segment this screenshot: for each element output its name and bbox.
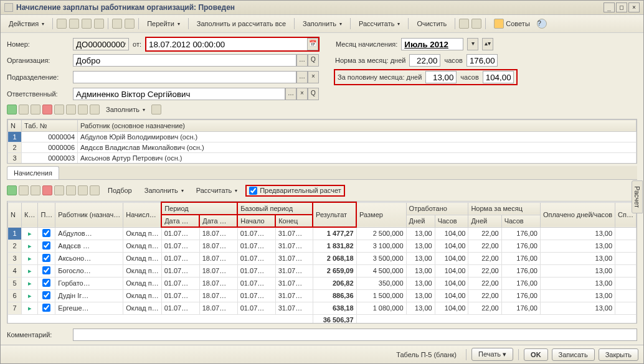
half-hours-field[interactable] [483,71,514,83]
titlebar: Начисление зарплаты работникам организац… [1,1,643,15]
norm-label: Норма за месяц: дней [335,57,405,64]
fill-upper[interactable]: Заполнить▾ [102,104,149,115]
table-row[interactable]: 3 ▸ Аксьоно…Оклад п… 01.07…18.07…01.07…3… [8,252,637,264]
dept-clear[interactable]: × [308,71,319,83]
up-icon[interactable] [54,185,64,195]
table-row[interactable]: 20000006Авдєєв Владислав Миколайович (ос… [8,142,637,153]
sort-asc-icon[interactable] [78,105,88,114]
resp-clear[interactable]: × [296,88,308,100]
calc-button[interactable]: Рассчитать▾ [354,18,404,29]
help-icon[interactable]: ? [537,19,547,29]
tool-icon[interactable] [112,19,122,29]
number-field [73,38,129,50]
table-row[interactable]: 4 ▸ Богосло…Оклад п… 01.07…18.07…01.07…3… [8,264,637,277]
fill-calc-all-button[interactable]: Заполнить и рассчитать все [192,18,290,29]
lower-toolbar [7,184,100,197]
col-n[interactable]: N [8,120,22,132]
edit-icon[interactable] [31,105,40,114]
norm-days-field[interactable] [409,54,440,67]
prelim-label: Предварительный расчет [260,187,341,194]
org-open[interactable]: Q [308,54,319,67]
calc-lower[interactable]: Рассчитать▾ [192,185,242,196]
pick-button[interactable]: Подбор [103,185,136,196]
month-label: Месяц начисления: [336,40,397,48]
tool-icon[interactable] [82,19,92,29]
sort-asc-icon[interactable] [78,185,88,195]
add-icon[interactable] [7,105,17,114]
tool-icon[interactable] [94,19,104,29]
tab-accruals[interactable]: Начисления [7,166,59,179]
footer-bar: Табель П-5 (бланк) Печать ▾ OK Записать … [1,345,643,363]
delete-icon[interactable] [42,105,52,114]
advice-button[interactable]: Советы [490,17,534,30]
table-row[interactable]: 30000003Аксьонов Артур Петрович (осн.) [8,153,637,164]
print-button[interactable]: Печать ▾ [471,348,513,361]
tool-icon[interactable] [69,19,79,29]
prelim-checkbox[interactable] [249,187,257,195]
tool-icon[interactable] [459,19,469,29]
side-tab-calc[interactable]: Расчет [632,180,643,213]
down-icon[interactable] [66,105,76,114]
close-bottom-button[interactable]: Закрыть [599,348,638,361]
add-icon[interactable] [7,185,17,195]
edit-icon[interactable] [31,185,40,195]
actions-menu[interactable]: Действия▾ [4,18,49,29]
month-dropdown[interactable]: ▾ [467,38,478,50]
table-row[interactable]: 1 ▸ Абдулов…Оклад п… 01.07…18.07…01.07…3… [8,227,637,240]
dept-field[interactable] [73,71,296,83]
tabel-button[interactable]: Табель П-5 (бланк) [392,349,461,360]
resp-select[interactable]: … [285,88,296,100]
hours-label2: часов [460,73,478,81]
half-days-field[interactable] [425,71,457,83]
tool-icon[interactable] [57,19,67,29]
table-row[interactable]: 10000004Абдулов Юрій Володимирович (осн.… [8,132,637,142]
table-row[interactable]: 7 ▸ Ергеше…Оклад п… 01.07…18.07…01.07…31… [8,302,637,314]
org-select[interactable]: … [296,54,308,67]
col-worker[interactable]: Работник (основное назначение) [78,120,637,132]
up-icon[interactable] [54,105,64,114]
org-field[interactable] [73,54,296,67]
accruals-table: N К… П… Работник (назнач… Начисл… Период… [7,202,637,324]
clear-button[interactable]: Очистить [412,18,451,29]
doc-icon [4,3,13,12]
month-stepper[interactable]: ▴▾ [482,38,493,50]
table-row[interactable]: 6 ▸ Дудін Іг…Оклад п… 01.07…18.07…01.07…… [8,289,637,302]
sort-desc-icon[interactable] [90,185,100,195]
comment-field[interactable] [73,329,637,341]
sort-desc-icon[interactable] [90,105,100,114]
org-label: Организация: [7,57,69,64]
resp-open[interactable]: Q [308,88,319,100]
save-button[interactable]: Записать [552,348,595,361]
resp-label: Ответственный: [7,90,69,98]
minimize-button[interactable]: _ [604,2,615,12]
dept-select[interactable]: … [296,71,308,83]
table-row[interactable]: 2 ▸ Авдєєв …Оклад п… 01.07…18.07…01.07…3… [8,240,637,252]
fill-lower[interactable]: Заполнить▾ [140,185,188,196]
delete-icon[interactable] [42,185,52,195]
hours-label: часов [444,57,462,64]
copy-icon[interactable] [19,105,29,114]
close-button[interactable]: × [628,2,640,12]
goto-button[interactable]: Перейти▾ [143,18,184,29]
upper-toolbar: Заполнить▾ [7,103,637,116]
from-label: от: [133,40,141,48]
dept-label: Подразделение: [7,73,69,81]
settings-icon[interactable] [151,105,161,114]
fill-button[interactable]: Заполнить▾ [298,18,346,29]
copy-icon[interactable] [19,185,29,195]
date-field[interactable] [146,38,307,50]
month-field[interactable] [401,38,463,50]
window-title: Начисление зарплаты работникам организац… [16,3,604,12]
down-icon[interactable] [66,185,76,195]
maximize-button[interactable]: □ [616,2,627,12]
tool-icon[interactable] [471,19,481,29]
calendar-icon[interactable]: 📅 [307,38,318,50]
resp-field[interactable] [73,88,285,100]
tool-icon[interactable] [125,19,135,29]
ok-button[interactable]: OK [524,348,548,361]
workers-table: N Таб. № Работник (основное назначение) … [7,119,637,164]
total-result: 36 506,37 [313,314,356,324]
col-tab[interactable]: Таб. № [22,120,78,132]
norm-hours-field[interactable] [466,54,498,67]
table-row[interactable]: 5 ▸ Горбато…Оклад п… 01.07…18.07…01.07…3… [8,277,637,289]
